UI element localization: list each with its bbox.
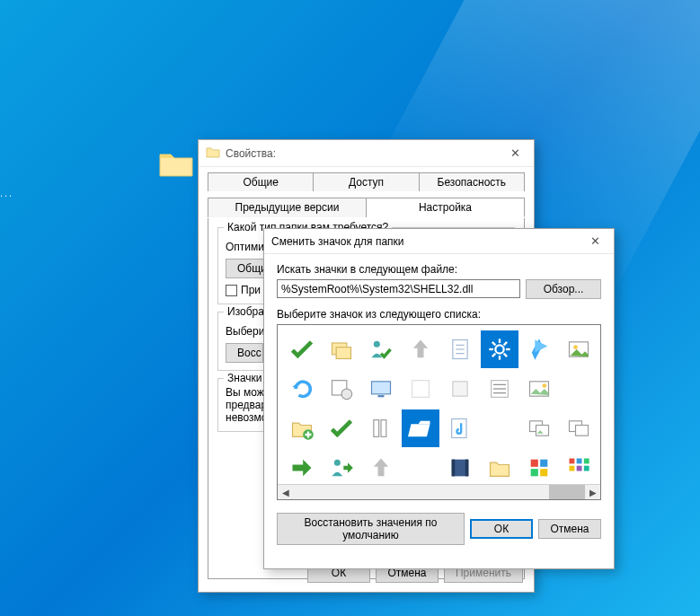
restore-image-button[interactable]: Восс <box>226 343 263 363</box>
apply-subfolders-checkbox[interactable] <box>226 285 237 296</box>
icon-blank[interactable] <box>441 370 479 408</box>
tabs-row-2: Предыдущие версии Настройка <box>208 198 525 218</box>
svg-point-29 <box>543 383 547 388</box>
close-icon[interactable]: ✕ <box>503 146 527 160</box>
desktop-folder-icon[interactable] <box>158 149 194 178</box>
icon-undo[interactable] <box>283 370 321 408</box>
icon-books[interactable] <box>362 409 400 447</box>
close-icon[interactable]: ✕ <box>583 234 607 248</box>
svg-rect-23 <box>453 382 467 396</box>
icon-blank[interactable] <box>402 370 439 408</box>
svg-rect-42 <box>531 460 538 467</box>
svg-rect-46 <box>570 459 575 464</box>
icon-photo-pair[interactable] <box>520 409 558 447</box>
icon-list-lines[interactable] <box>481 370 518 408</box>
svg-rect-21 <box>378 395 385 397</box>
pick-from-list-label: Выберите значок из следующего списка: <box>277 308 601 321</box>
browse-button[interactable]: Обзор... <box>526 279 601 299</box>
svg-rect-50 <box>577 466 582 471</box>
properties-titlebar[interactable]: Свойства: ✕ <box>199 140 534 167</box>
search-in-file-label: Искать значки в следующем файле: <box>277 263 601 276</box>
tab-sharing[interactable]: Доступ <box>314 172 419 191</box>
cancel-button[interactable]: Отмена <box>538 519 601 539</box>
icon-blank[interactable] <box>560 370 598 408</box>
tab-previous-versions[interactable]: Предыдущие версии <box>208 198 367 217</box>
tab-general[interactable]: Общие <box>208 172 314 191</box>
icon-photo[interactable] <box>520 370 558 408</box>
icon-film-disc[interactable] <box>323 370 360 408</box>
svg-line-14 <box>492 354 496 357</box>
icon-picture[interactable] <box>560 330 598 368</box>
svg-rect-44 <box>531 469 538 476</box>
icon-film[interactable] <box>441 449 479 487</box>
tab-security[interactable]: Безопасность <box>420 172 525 191</box>
icon-arrow-right[interactable] <box>283 449 321 487</box>
svg-rect-37 <box>576 426 589 436</box>
icon-gear-blue[interactable] <box>481 330 518 368</box>
scroll-right-icon[interactable]: ▶ <box>585 488 600 497</box>
group-icons-title: Значки <box>224 372 266 384</box>
icon-blank[interactable] <box>481 409 518 447</box>
change-icon-titlebar[interactable]: Сменить значок для папки ✕ <box>264 229 614 254</box>
svg-rect-35 <box>536 426 549 436</box>
svg-rect-32 <box>381 420 386 437</box>
svg-line-13 <box>504 354 508 357</box>
svg-rect-41 <box>465 460 469 477</box>
svg-rect-43 <box>540 460 547 467</box>
svg-rect-22 <box>412 381 430 398</box>
icon-document[interactable] <box>441 330 479 368</box>
icon-checkmark[interactable] <box>283 330 321 368</box>
svg-point-2 <box>374 341 380 348</box>
apply-subfolders-label: При <box>241 284 261 296</box>
scroll-thumb[interactable] <box>549 485 585 499</box>
icon-grid-rgb[interactable] <box>520 449 558 487</box>
icon-file-path-input[interactable] <box>277 279 520 298</box>
icon-checkmark[interactable] <box>323 409 360 447</box>
svg-rect-51 <box>584 466 589 471</box>
svg-point-17 <box>573 345 578 349</box>
icon-scrollbar[interactable]: ◀ ▶ <box>278 484 600 499</box>
svg-rect-48 <box>584 459 589 464</box>
change-icon-title: Сменить значок для папки <box>271 235 404 248</box>
restore-defaults-button[interactable]: Восстановить значения по умолчанию <box>277 513 465 545</box>
svg-rect-1 <box>336 348 350 359</box>
tab-customize[interactable]: Настройка <box>367 198 525 217</box>
icon-grid <box>278 325 600 500</box>
icon-folder-yellow[interactable] <box>481 449 518 487</box>
svg-point-19 <box>341 389 352 400</box>
tabs-row-1: Общие Доступ Безопасность <box>208 172 525 192</box>
properties-title: Свойства: <box>226 147 276 160</box>
icon-people-check[interactable] <box>362 330 400 368</box>
ok-button[interactable]: ОК <box>470 519 533 539</box>
icon-open-folder-selected[interactable] <box>402 409 439 447</box>
icon-folder-add[interactable] <box>283 409 321 447</box>
icon-folders-stack[interactable] <box>323 330 360 368</box>
svg-point-7 <box>495 345 503 353</box>
svg-rect-40 <box>452 460 456 477</box>
svg-rect-47 <box>577 459 582 464</box>
svg-rect-45 <box>540 469 547 476</box>
icon-grid-rgb[interactable] <box>560 449 598 487</box>
desktop-label-dots: ... <box>0 188 13 198</box>
icon-people-arrow[interactable] <box>323 449 360 487</box>
change-icon-button-row: Восстановить значения по умолчанию ОК От… <box>277 513 601 545</box>
icon-blank[interactable] <box>402 449 439 487</box>
svg-point-38 <box>334 460 341 466</box>
svg-line-12 <box>492 342 496 346</box>
icon-music-note[interactable] <box>441 409 479 447</box>
scroll-track[interactable] <box>293 485 585 499</box>
svg-rect-49 <box>570 466 575 471</box>
icon-monitor[interactable] <box>362 370 400 408</box>
icon-list-pane: ◀ ▶ <box>277 324 601 500</box>
icon-arrow-up[interactable] <box>362 449 400 487</box>
svg-rect-20 <box>372 382 391 394</box>
svg-rect-31 <box>374 420 379 437</box>
icon-photo-pair[interactable] <box>560 409 598 447</box>
scroll-left-icon[interactable]: ◀ <box>278 488 293 497</box>
icon-arrow-up-gray[interactable] <box>402 330 439 368</box>
change-icon-dialog: Сменить значок для папки ✕ Искать значки… <box>263 228 615 569</box>
svg-line-15 <box>504 342 508 346</box>
icon-star-blue[interactable] <box>520 330 558 368</box>
group-image-title: Изобра <box>224 305 268 318</box>
folder-icon <box>206 145 220 161</box>
